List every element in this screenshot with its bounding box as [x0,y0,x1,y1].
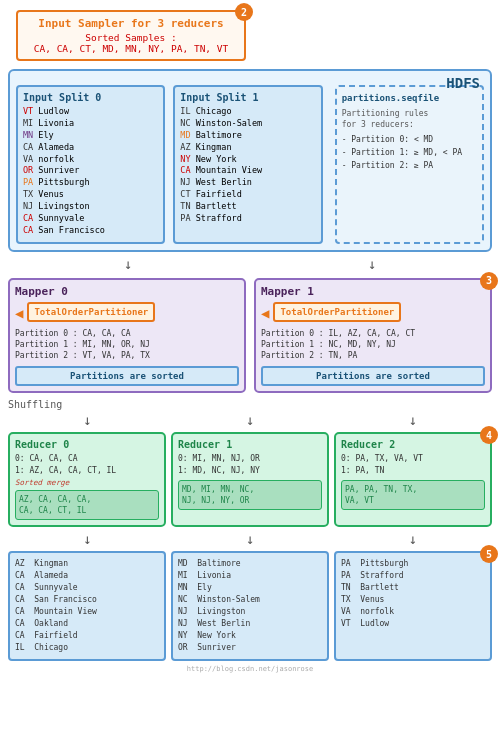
reducer-box-0: Reducer 0 0: CA, CA, CA 1: AZ, CA, CA, C… [8,432,166,527]
mapper-box-0: Mapper 0 ◀ TotalOrderPartitioner Partiti… [8,278,246,394]
reducer-2-input-0: 0: PA, TX, VA, VT [341,454,423,463]
mapper-1-partitions: Partition 0 : IL, AZ, CA, CA, CT Partiti… [261,328,485,362]
reducer-box-2: Reducer 2 0: PA, TX, VA, VT 1: PA, TN PA… [334,432,492,527]
reducer-0-input-0: 0: CA, CA, CA [15,454,78,463]
reducer-1-input-1: 1: MD, NC, NJ, NY [178,466,260,475]
hdfs-box: HDFS 1 Input Split 0 VT Ludlow MI Livoni… [8,69,492,252]
seqfile-desc: Partitioning rulesfor 3 reducers: [342,108,477,130]
output-box-0: AZ Kingman CA Alameda CA Sunnyvale CA Sa… [8,551,166,661]
badge-2: 2 [235,3,253,21]
left-arrow-1: ◀ [261,305,269,321]
mapper-0-top-row: ◀ TotalOrderPartitioner [15,302,239,325]
arrow-o2: ↓ [408,531,416,547]
reducer-box-1: Reducer 1 0: MI, MN, NJ, OR 1: MD, NC, N… [171,432,329,527]
partition-1-0: Partition 0 : IL, AZ, CA, CA, CT [261,329,415,338]
split-box-0: Input Split 0 VT Ludlow MI Livonia MN El… [16,85,165,244]
reducer-2-out-0: PA, PA, TN, TX, [345,485,417,494]
watermark: http://blog.csdn.net/jasonrose [6,665,494,673]
arrow-o1: ↓ [246,531,254,547]
arrows-to-mappers: ↓ ↓ [6,256,494,272]
reducer-1-out-1: NJ, NJ, NY, OR [182,496,249,505]
mapper-0-partitions: Partition 0 : CA, CA, CA Partition 1 : M… [15,328,239,362]
input-sampler-title: Input Sampler for 3 reducers [26,17,236,30]
output-box-2: PA Pittsburgh PA Strafford TN Bartlett T… [334,551,492,661]
arrow-down-1: ↓ [124,256,132,272]
badge-4: 4 [480,426,498,444]
reducer-0-input-1: 1: AZ, CA, CA, CT, IL [15,466,116,475]
mapper-0-title: Mapper 0 [15,285,239,298]
output-box-1: MD Baltimore MI Livonia MN Ely NC Winsto… [171,551,329,661]
reducer-2-out-1: VA, VT [345,496,374,505]
mappers-section: Mapper 0 ◀ TotalOrderPartitioner Partiti… [8,278,492,394]
output-section: AZ Kingman CA Alameda CA Sunnyvale CA Sa… [8,551,492,661]
split-0-content: VT Ludlow MI Livonia MN Ely CA Alameda V… [23,106,158,237]
reducer-1-out-0: MD, MI, MN, NC, [182,485,254,494]
reducer-0-input: 0: CA, CA, CA 1: AZ, CA, CA, CT, IL [15,453,159,475]
seqfile-title: partitions.seqfile [342,92,477,105]
badge-3: 3 [480,272,498,290]
left-arrow-0: ◀ [15,305,23,321]
hdfs-label: HDFS [446,75,480,91]
mapper-1-title: Mapper 1 [261,285,485,298]
reducer-1-input: 0: MI, MN, NJ, OR 1: MD, NC, NJ, NY [178,453,322,475]
sorted-label: Sorted Samples : [85,32,177,43]
mapper-1-top-row: ◀ TotalOrderPartitioner [261,302,485,325]
partition-0-2: Partition 2 : VT, VA, PA, TX [15,351,150,360]
partition-1-2: Partition 2 : TN, PA [261,351,357,360]
splits-row: Input Split 0 VT Ludlow MI Livonia MN El… [16,85,484,244]
shuffling-label: Shuffling [8,399,492,410]
reducer-2-output: PA, PA, TN, TX, VA, VT [341,480,485,510]
reducer-2-input-1: 1: PA, TN [341,466,384,475]
reducers-section: Reducer 0 0: CA, CA, CA 1: AZ, CA, CA, C… [8,432,492,527]
sorted-box-1: Partitions are sorted [261,366,485,386]
arrow-r2: ↓ [408,412,416,428]
split-1-title: Input Split 1 [180,92,315,103]
sorted-box-0: Partitions are sorted [15,366,239,386]
reducer-1-title: Reducer 1 [178,439,322,450]
arrows-to-reducers: ↓ ↓ ↓ [6,412,494,428]
split-box-1: Input Split 1 IL Chicago NC Winston-Sale… [173,85,322,244]
input-sampler-box: Input Sampler for 3 reducers Sorted Samp… [16,10,246,61]
split-0-title: Input Split 0 [23,92,158,103]
reducer-0-output: AZ, CA, CA, CA, CA, CA, CT, IL [15,490,159,520]
reducer-1-output: MD, MI, MN, NC, NJ, NJ, NY, OR [178,480,322,510]
partition-0-0: Partition 0 : CA, CA, CA [15,329,131,338]
reducer-0-out-0: AZ, CA, CA, CA, [19,495,91,504]
reducer-2-title: Reducer 2 [341,439,485,450]
partitions-seqfile: partitions.seqfile Partitioning rulesfor… [335,85,484,244]
reducer-0-out-1: CA, CA, CT, IL [19,506,86,515]
seqfile-rules: - Partition 0: < MD - Partition 1: ≥ MD,… [342,134,477,172]
total-order-partitioner-1: TotalOrderPartitioner [273,302,401,322]
arrow-down-2: ↓ [368,256,376,272]
input-sampler-content: Sorted Samples : CA, CA, CT, MD, MN, NY,… [26,32,236,54]
page-wrapper: Input Sampler for 3 reducers Sorted Samp… [0,0,500,679]
arrow-r1: ↓ [246,412,254,428]
split-1-content: IL Chicago NC Winston-Salem MD Baltimore… [180,106,315,225]
mapper-box-1: Mapper 1 ◀ TotalOrderPartitioner Partiti… [254,278,492,394]
badge-5: 5 [480,545,498,563]
partition-0-1: Partition 1 : MI, MN, OR, NJ [15,340,150,349]
total-order-partitioner-0: TotalOrderPartitioner [27,302,155,322]
sorted-merge-0: Sorted merge [15,478,159,487]
reducer-2-input: 0: PA, TX, VA, VT 1: PA, TN [341,453,485,475]
samples-text: CA, CA, CT, MD, MN, NY, PA, TN, VT [34,43,228,54]
reducer-0-title: Reducer 0 [15,439,159,450]
top-row: Input Sampler for 3 reducers Sorted Samp… [6,6,494,65]
arrow-o0: ↓ [83,531,91,547]
reducer-1-input-0: 0: MI, MN, NJ, OR [178,454,260,463]
arrow-r0: ↓ [83,412,91,428]
arrows-to-output: ↓ ↓ ↓ [6,531,494,547]
partition-1-1: Partition 1 : NC, MD, NY, NJ [261,340,396,349]
